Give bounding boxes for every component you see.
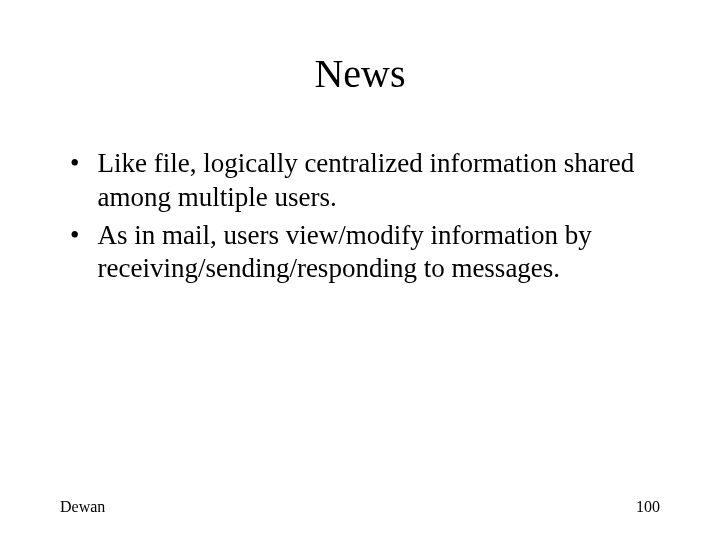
bullet-text: Like file, logically centralized informa… (97, 147, 660, 215)
slide-container: News • Like file, logically centralized … (0, 0, 720, 540)
bullet-text: As in mail, users view/modify informatio… (97, 219, 660, 287)
footer-page-number: 100 (636, 498, 660, 516)
bullet-marker-icon: • (70, 147, 79, 181)
slide-content: • Like file, logically centralized infor… (60, 147, 660, 286)
bullet-marker-icon: • (70, 219, 79, 253)
bullet-item: • As in mail, users view/modify informat… (70, 219, 660, 287)
slide-title: News (60, 50, 660, 97)
bullet-item: • Like file, logically centralized infor… (70, 147, 660, 215)
slide-footer: Dewan 100 (60, 498, 660, 516)
footer-author: Dewan (60, 498, 105, 516)
